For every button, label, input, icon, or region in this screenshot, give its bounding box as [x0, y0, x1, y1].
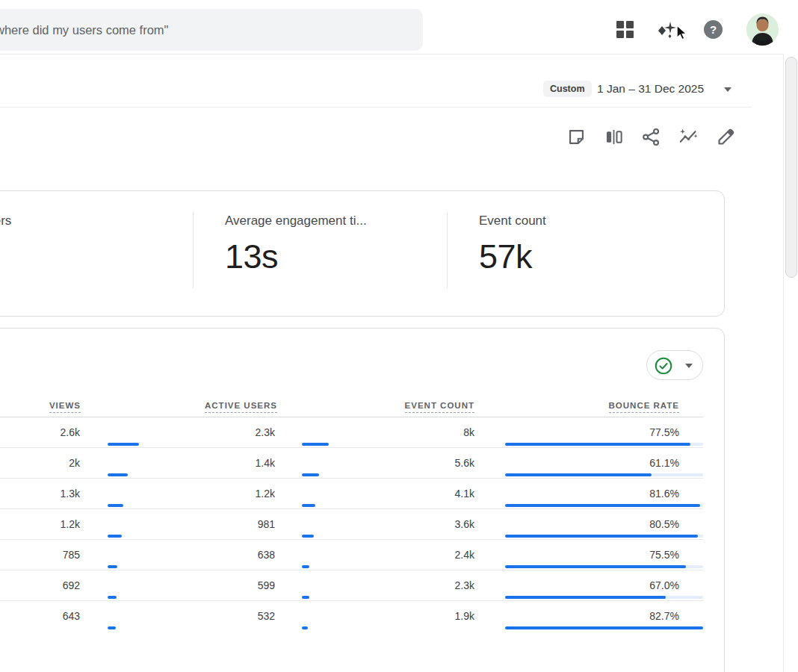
bounce-rate-cell: 77.5% [649, 426, 679, 438]
table-row: 1.3k1.2k4.1k81.6% [0, 479, 703, 509]
bounce-rate-bar [505, 565, 686, 568]
views-bar [108, 473, 128, 476]
share-icon [641, 127, 661, 147]
column-header-views[interactable]: VIEWS [49, 401, 81, 413]
date-range-selector[interactable]: 1 Jan – 31 Dec 2025 [597, 82, 704, 96]
event-count-cell: 4.1k [455, 488, 474, 500]
column-header-active-users[interactable]: ACTIVE USERS [205, 401, 277, 413]
active-users-bar [302, 473, 319, 476]
edit-icon [716, 127, 736, 147]
data-quality-chevron-down-icon [685, 364, 693, 368]
active-users-cell: 532 [258, 610, 275, 622]
active-users-bar [302, 443, 329, 446]
views-cell: 1.2k [61, 518, 80, 530]
notes-icon [566, 127, 587, 147]
views-bar [108, 626, 116, 629]
help-icon: ? [704, 20, 723, 39]
metric-divider [447, 212, 448, 288]
metric-value: 13s [225, 237, 278, 276]
table-row: 6435321.9k82.7% [0, 601, 703, 631]
metric-value: 57k [479, 237, 532, 276]
views-cell: 643 [63, 610, 80, 622]
search-query-text: where did my users come from" [0, 9, 168, 51]
active-users-cell: 981 [258, 518, 275, 530]
bounce-rate-bar [505, 626, 703, 629]
bounce-rate-cell: 67.0% [649, 579, 679, 591]
section-divider [0, 107, 752, 108]
metric-label: Average engagement ti... [225, 214, 367, 228]
active-users-bar [302, 535, 314, 538]
summary-metrics-card: New users 4k Average engagement ti... 13… [0, 190, 725, 317]
views-cell: 785 [63, 549, 80, 561]
data-quality-button[interactable] [646, 350, 703, 380]
active-users-cell: 1.4k [256, 457, 275, 469]
analytics-dashboard: where did my users come from" ? [0, 0, 798, 672]
comparison-button[interactable] [604, 126, 625, 147]
table-row: 1.2k9813.6k80.5% [0, 509, 703, 540]
notes-button[interactable] [566, 126, 587, 147]
help-button[interactable]: ? [704, 20, 723, 39]
comparison-icon [604, 127, 624, 147]
bounce-rate-cell: 75.5% [649, 549, 679, 561]
apps-grid-button[interactable] [616, 20, 634, 39]
gemini-sparkle-button[interactable] [656, 19, 677, 40]
bounce-rate-cell: 81.6% [649, 488, 679, 500]
bounce-rate-bar [505, 443, 690, 446]
metric-divider [193, 212, 194, 288]
insights-icon [678, 127, 699, 147]
mouse-cursor-icon [675, 25, 690, 41]
gemini-sparkle-icon [656, 19, 677, 40]
table-row: 7856382.4k75.5% [0, 540, 703, 570]
bounce-rate-bar [505, 473, 652, 476]
event-count-cell: 8k [463, 426, 474, 438]
date-chevron-down-icon[interactable] [724, 87, 732, 92]
bounce-rate-cell: 61.1% [649, 457, 679, 469]
views-cell: 2k [69, 457, 80, 469]
metric-label: New users [0, 214, 11, 228]
table-row: 2.6k2.3k8k77.5% [0, 417, 703, 448]
event-count-cell: 2.4k [455, 549, 474, 561]
search-input[interactable]: where did my users come from" [0, 9, 423, 51]
bounce-rate-bar [505, 535, 698, 538]
avatar-photo [746, 13, 779, 46]
insights-button[interactable] [678, 126, 699, 147]
views-bar [108, 443, 139, 446]
check-circle-icon [654, 356, 673, 376]
report-table-card: VIEWS ACTIVE USERS EVENT COUNT BOUNCE RA… [0, 328, 725, 672]
table-row: 2k1.4k5.6k61.1% [0, 448, 703, 479]
active-users-bar [302, 504, 315, 507]
event-count-cell: 2.3k [455, 579, 474, 591]
active-users-bar [302, 565, 309, 568]
views-cell: 1.3k [61, 488, 80, 500]
event-count-cell: 5.6k [455, 457, 474, 469]
edit-button[interactable] [716, 126, 737, 147]
date-custom-badge: Custom [543, 81, 592, 97]
header-divider [0, 54, 783, 55]
event-count-cell: 1.9k [455, 610, 474, 622]
share-button[interactable] [641, 126, 662, 147]
views-bar [108, 535, 122, 538]
apps-grid-icon [616, 20, 634, 39]
views-bar [108, 504, 123, 507]
views-bar [108, 565, 117, 568]
views-cell: 2.6k [61, 426, 80, 438]
bounce-rate-cell: 82.7% [649, 610, 679, 622]
active-users-cell: 599 [258, 579, 275, 591]
views-bar [108, 596, 117, 599]
user-avatar[interactable] [746, 13, 779, 46]
column-header-event-count[interactable]: EVENT COUNT [405, 401, 474, 413]
active-users-cell: 1.2k [256, 488, 275, 500]
active-users-cell: 638 [258, 549, 275, 561]
table-header-row: VIEWS ACTIVE USERS EVENT COUNT BOUNCE RA… [0, 393, 703, 417]
column-header-bounce-rate[interactable]: BOUNCE RATE [609, 401, 679, 413]
bounce-rate-bar [505, 596, 666, 599]
bounce-rate-bar [505, 504, 700, 507]
bounce-rate-cell: 80.5% [649, 518, 679, 530]
event-count-cell: 3.6k [455, 518, 474, 530]
table-row: 6925992.3k67.0% [0, 570, 703, 601]
active-users-bar [302, 596, 309, 599]
metric-label: Event count [479, 214, 546, 228]
table-body: 2.6k2.3k8k77.5%2k1.4k5.6k61.1%1.3k1.2k4.… [0, 417, 703, 631]
scrollbar-thumb[interactable] [785, 57, 797, 278]
active-users-bar [302, 626, 308, 629]
